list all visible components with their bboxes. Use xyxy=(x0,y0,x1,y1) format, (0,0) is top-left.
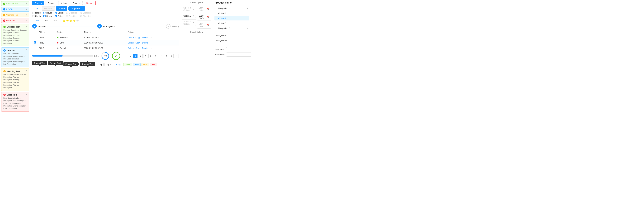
date-1[interactable]: Start date 📅 xyxy=(197,6,211,13)
radio-hover[interactable]: Hover xyxy=(43,12,52,14)
close-icon[interactable]: ✕ xyxy=(26,3,28,5)
date-column: Start date 📅 2020-01-04 📅 Start date 📅 xyxy=(197,6,211,29)
close-icon[interactable]: ✕ xyxy=(26,93,28,96)
left-alert-panel: ✓ Success Text ✕ i Info Text ✕ ! Warning… xyxy=(0,0,30,113)
more-icon[interactable]: ··· xyxy=(150,42,152,44)
more-icon[interactable]: ··· xyxy=(150,36,152,39)
action-copy-2[interactable]: Copy xyxy=(136,42,140,44)
sidebar-item-nav-1[interactable]: ◇ Navigation 1 ∧ xyxy=(214,6,249,11)
select-date-pair: Select a Option ▾ Option1 ▾ Select a Opt… xyxy=(182,6,211,29)
more-icon[interactable]: ··· xyxy=(150,47,152,49)
radio-selected[interactable]: Select xyxy=(54,12,64,14)
checkbox-unchecked[interactable]: Radio xyxy=(32,15,41,18)
tag-2-closable: Tag ✕ xyxy=(104,63,113,66)
action-delete-1[interactable]: Delete xyxy=(128,36,134,39)
icon-blue-button[interactable]: ⊞ Icon xyxy=(56,6,67,11)
tag-close-icon[interactable]: ✕ xyxy=(110,64,111,66)
page-5[interactable]: 5 xyxy=(148,54,153,58)
sidebar-item-option-3[interactable]: Option 3 xyxy=(214,21,249,26)
calendar-icon: 📅 xyxy=(207,8,210,10)
page-2[interactable]: 2 xyxy=(133,54,138,58)
link-button[interactable]: Link xyxy=(32,7,40,11)
select-3[interactable]: Select a Option ▾ xyxy=(182,19,196,26)
checkbox-selected[interactable]: ✓ Select xyxy=(54,15,64,18)
action-delete-2[interactable]: Delete xyxy=(128,42,134,44)
radio-unchecked[interactable]: Radio xyxy=(32,12,41,14)
password-field[interactable]: 👁 xyxy=(226,53,251,57)
tab-1[interactable]: Tab1 xyxy=(32,18,41,23)
action-copy-1[interactable]: Copy xyxy=(136,36,140,39)
tab-2[interactable]: Tab2 xyxy=(41,18,50,23)
page-4[interactable]: 4 xyxy=(143,54,148,58)
select-2[interactable]: Option1 ▾ xyxy=(182,14,196,18)
row-checkbox-2[interactable] xyxy=(34,41,36,44)
tooltip-button-4[interactable]: Prompt Text xyxy=(80,62,95,66)
icon-button[interactable]: ⊞ Icon xyxy=(58,1,70,5)
action-delete-3[interactable]: Delete xyxy=(128,47,134,49)
sort-icon[interactable]: ⇅ xyxy=(89,32,91,33)
close-icon[interactable]: ✕ xyxy=(26,70,28,72)
page-6[interactable]: 6 xyxy=(154,54,158,58)
danger-button[interactable]: Danger xyxy=(84,1,96,5)
steps: Finished 2 In Progress 3 Waiting xyxy=(32,24,179,29)
tooltip-wrap-2: Prompt Text xyxy=(48,61,63,66)
close-icon[interactable]: ✕ xyxy=(26,25,28,28)
dashed-button[interactable]: Dashed xyxy=(71,1,83,5)
diamond-icon: ◇ xyxy=(216,7,217,10)
check-circle: ✓ xyxy=(112,52,120,60)
star-4-half[interactable]: ★ xyxy=(73,19,76,23)
close-icon[interactable]: ✕ xyxy=(26,20,28,22)
action-delete-1b[interactable]: Delete xyxy=(142,36,148,39)
prev-page-button[interactable]: ‹ xyxy=(123,54,127,58)
data-table: Title ⇅ Status Time ⇅ Action T xyxy=(32,30,179,51)
col-status: Status xyxy=(56,30,82,35)
step-3-label: Waiting xyxy=(172,25,179,28)
star-2[interactable]: ★ xyxy=(66,19,69,23)
password-input[interactable] xyxy=(228,53,251,56)
step-1-circle xyxy=(32,24,37,29)
dropdown-button[interactable]: Dropdown ▾ xyxy=(68,6,85,11)
page-1[interactable]: 1 xyxy=(128,54,132,58)
right-controls: Select Option Select a Option ▾ Option1 … xyxy=(180,0,212,113)
banner-warning-desc: Warning Description Warning Description … xyxy=(4,73,27,89)
primary-button[interactable]: Primary xyxy=(32,1,44,5)
tooltip-button-2[interactable]: Prompt Text xyxy=(48,61,63,65)
page-8[interactable]: 8 xyxy=(164,54,168,58)
default-button[interactable]: Default xyxy=(46,1,57,5)
sidebar-item-option-1[interactable]: Option 1 xyxy=(214,11,249,16)
username-input[interactable] xyxy=(226,47,251,51)
tooltip-button-3[interactable]: Prompt Text xyxy=(64,62,78,66)
action-copy-3[interactable]: Copy xyxy=(136,47,140,49)
sidebar-item-option-2[interactable]: Option 2 xyxy=(214,16,249,21)
sidebar-item-nav-2[interactable]: ◇ Navigation 2 ∨ xyxy=(214,26,249,31)
add-tag-button[interactable]: + Tag xyxy=(114,63,122,66)
action-delete-3b[interactable]: Delete xyxy=(142,47,148,49)
date-3[interactable]: Start date 📅 xyxy=(197,22,211,29)
page-7[interactable]: 7 xyxy=(159,54,163,58)
checkbox-hover[interactable]: Hover xyxy=(43,15,52,18)
close-icon[interactable]: ✕ xyxy=(26,14,28,16)
select-all-checkbox[interactable] xyxy=(34,31,36,33)
checkbox-disabled-icon xyxy=(66,15,68,18)
close-icon[interactable]: ✕ xyxy=(26,49,28,51)
row-checkbox-1[interactable] xyxy=(34,36,36,38)
sort-icon[interactable]: ⇅ xyxy=(44,32,45,33)
star-rating[interactable]: ★ ★ ★ ★ ★ xyxy=(63,19,79,23)
page-3[interactable]: 3 xyxy=(138,54,143,58)
info-icon: i xyxy=(3,8,5,11)
close-icon[interactable]: ✕ xyxy=(26,8,28,11)
page-9[interactable]: 9 xyxy=(169,54,174,58)
next-page-button[interactable]: › xyxy=(174,54,179,58)
row-checkbox-3[interactable] xyxy=(34,47,36,49)
main-layout: ✓ Success Text ✕ i Info Text ✕ ! Warning… xyxy=(0,0,251,113)
tooltip-button-1[interactable]: Prompt Text xyxy=(32,61,47,65)
star-5[interactable]: ★ xyxy=(76,19,79,23)
select-1[interactable]: Select a Option ▾ xyxy=(182,6,196,13)
date-1-placeholder: Start date xyxy=(199,7,207,12)
action-delete-2b[interactable]: Delete xyxy=(142,42,148,44)
sidebar-item-nav-4[interactable]: Navigation 4 xyxy=(214,38,249,43)
date-2[interactable]: 2020-01-04 📅 xyxy=(197,14,211,21)
sidebar-item-nav-3[interactable]: Navigation 3 xyxy=(214,33,249,38)
star-1[interactable]: ★ xyxy=(63,19,66,23)
star-3[interactable]: ★ xyxy=(70,19,72,23)
